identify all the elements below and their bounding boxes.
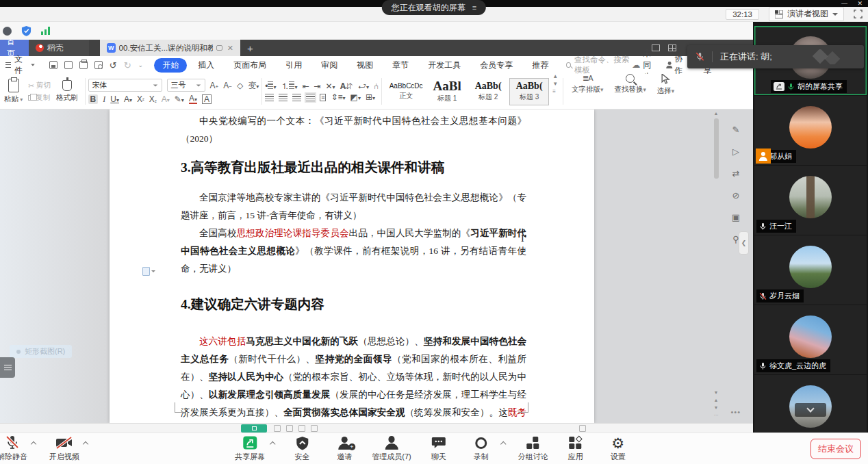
- select-button[interactable]: 选择▾: [652, 74, 680, 109]
- italic-button[interactable]: I: [103, 95, 105, 103]
- file-menu[interactable]: 文件: [0, 53, 42, 77]
- copy-button[interactable]: 复制: [28, 93, 51, 103]
- ribbon-tab[interactable]: 页面布局: [225, 58, 275, 73]
- font-color-button[interactable]: A▾: [189, 94, 197, 104]
- ribbon-tab[interactable]: 开始: [154, 58, 187, 73]
- manage-members-button[interactable]: 管理成员(7): [372, 435, 411, 462]
- wrap-icon[interactable]: ⮐▾: [358, 82, 369, 90]
- scroll-up-icon[interactable]: ▲: [713, 111, 719, 116]
- panel-tool-icon[interactable]: ▣: [732, 212, 740, 222]
- panel-collapse-tab[interactable]: ❮: [739, 231, 749, 255]
- account-icon[interactable]: [3, 27, 12, 36]
- unmute-button[interactable]: 解除静音: [0, 435, 27, 462]
- watching-banner[interactable]: 您正在观看胡的屏幕 ≡: [382, 0, 486, 15]
- number-list-icon[interactable]: ⒈▾: [281, 81, 297, 90]
- view-mode-badge[interactable]: [241, 424, 267, 433]
- paste-button[interactable]: 粘贴 ▾: [4, 79, 23, 104]
- export-icon[interactable]: [64, 61, 73, 69]
- unmute-options-chevron[interactable]: [31, 441, 36, 447]
- chat-button[interactable]: 聊天: [424, 435, 454, 462]
- ribbon-tab[interactable]: 视图: [348, 58, 381, 73]
- customize-toolbar-icon[interactable]: ⌄: [138, 62, 144, 68]
- text-direction-icon[interactable]: ✕▾: [326, 82, 335, 90]
- distribute-icon[interactable]: ≡: [320, 94, 326, 101]
- save-icon[interactable]: [49, 61, 58, 69]
- undo-icon[interactable]: ↺: [110, 60, 117, 70]
- styles-gallery-arrows[interactable]: ▲▼≡: [550, 74, 560, 109]
- fullscreen-icon[interactable]: [854, 10, 863, 18]
- print-preview-icon[interactable]: [94, 61, 103, 69]
- bullet-list-icon[interactable]: •▾: [265, 81, 276, 90]
- status-icon[interactable]: [298, 425, 305, 432]
- command-search[interactable]: 查找命令、搜索模板: [566, 55, 632, 75]
- style-item[interactable]: AaBbCcDc 正文: [386, 78, 426, 105]
- style-item[interactable]: AaBb( 标题 3: [509, 78, 549, 105]
- end-meeting-button[interactable]: 结束会议: [810, 439, 861, 459]
- video-options-chevron[interactable]: [83, 441, 88, 447]
- cut-button[interactable]: ✂剪切: [28, 81, 51, 90]
- format-painter-button[interactable]: 格式刷: [56, 80, 78, 103]
- style-item[interactable]: AaBb( 标题 2: [468, 78, 508, 105]
- more-options-dots[interactable]: •••: [730, 408, 741, 416]
- subscript-button[interactable]: X₂: [149, 95, 157, 103]
- redo-icon[interactable]: ↻: [124, 60, 131, 70]
- find-replace-button[interactable]: 查找替换▾: [609, 74, 651, 109]
- align-right-icon[interactable]: [292, 94, 301, 101]
- minimize-button[interactable]: —: [841, 0, 847, 7]
- ribbon-tab[interactable]: 开发工具: [420, 58, 469, 73]
- banner-menu-icon[interactable]: ≡: [472, 3, 476, 12]
- justify-icon[interactable]: [306, 94, 315, 101]
- text-effect-icon[interactable]: 变▾: [248, 81, 259, 90]
- print-icon[interactable]: [79, 61, 88, 69]
- bold-button[interactable]: B: [88, 94, 99, 104]
- participant-tile[interactable]: 岁月云烟: [754, 235, 867, 305]
- tab-pin-icon[interactable]: [216, 45, 222, 51]
- style-item[interactable]: AaBl 标题 1: [427, 78, 467, 105]
- tab-close-icon[interactable]: ✕: [227, 44, 233, 53]
- collapse-list-button[interactable]: [795, 403, 826, 417]
- clear-format-icon[interactable]: ◇: [237, 81, 243, 90]
- new-tab-button[interactable]: +: [247, 42, 253, 54]
- edge-hamburger-tab[interactable]: [0, 357, 15, 378]
- breakout-button[interactable]: 分组讨论: [518, 435, 548, 462]
- settings-button[interactable]: ⚙ 设置: [603, 435, 633, 462]
- ribbon-tab[interactable]: 插入: [190, 58, 222, 73]
- align-center-icon[interactable]: [279, 94, 288, 101]
- document-page[interactable]: 中央党校编写的一个文本：《习近平新时代中国特色社会主义思想基本问题》（2020）…: [110, 109, 594, 423]
- text-layout-button[interactable]: ≣A 文字排版▾: [566, 74, 609, 109]
- scrollbar-thumb[interactable]: [714, 118, 719, 179]
- ribbon-tab[interactable]: 引用: [277, 58, 310, 73]
- record-button[interactable]: 录制: [466, 435, 496, 462]
- security-button[interactable]: 安全: [287, 435, 317, 462]
- participant-tile[interactable]: 郁从娟: [754, 96, 867, 165]
- line-spacing-icon[interactable]: ⇕≡▾: [331, 93, 345, 101]
- help-tool-icon[interactable]: ⊘: [732, 190, 740, 201]
- share-options-chevron[interactable]: [270, 441, 275, 447]
- view-mode-button[interactable]: 演讲者视图: [769, 7, 844, 21]
- shading-icon[interactable]: ◩▾: [350, 93, 361, 101]
- swap-tool-icon[interactable]: ⇄: [732, 168, 740, 179]
- participant-tile[interactable]: 徐文虎_云边的虎: [754, 305, 867, 374]
- vertical-scrollbar[interactable]: ▲ ▼▲▼⋯: [713, 111, 719, 420]
- pen-tool-icon[interactable]: ✎: [732, 125, 740, 135]
- scroll-bottom-controls[interactable]: ▼▲▼⋯: [713, 389, 719, 419]
- char-border-button[interactable]: A: [202, 94, 212, 104]
- record-options-chevron[interactable]: [500, 441, 506, 447]
- security-shield-icon[interactable]: [21, 25, 31, 36]
- ribbon-tab[interactable]: 会员专享: [472, 58, 521, 73]
- font-name-select[interactable]: 宋体: [88, 79, 162, 92]
- ribbon-tab[interactable]: 审阅: [313, 58, 346, 73]
- increase-font-icon[interactable]: A+: [210, 81, 219, 90]
- tab-document[interactable]: W 00.安信工关...课的说明和教案 ✕: [100, 40, 240, 56]
- status-icon[interactable]: [311, 425, 318, 432]
- highlight-button[interactable]: ✎▾: [175, 95, 184, 103]
- increase-indent-icon[interactable]: ⇥: [314, 82, 320, 90]
- char-scale-icon[interactable]: 𝐀⇵: [340, 82, 353, 90]
- align-left-icon[interactable]: [265, 94, 274, 101]
- underline-button[interactable]: U▾: [110, 95, 119, 103]
- font-size-select[interactable]: 三号: [167, 79, 205, 92]
- start-video-button[interactable]: 开启视频: [49, 435, 79, 462]
- ribbon-tab[interactable]: 推荐: [524, 58, 557, 73]
- close-button[interactable]: ✕: [857, 0, 863, 7]
- status-icon[interactable]: [579, 425, 586, 432]
